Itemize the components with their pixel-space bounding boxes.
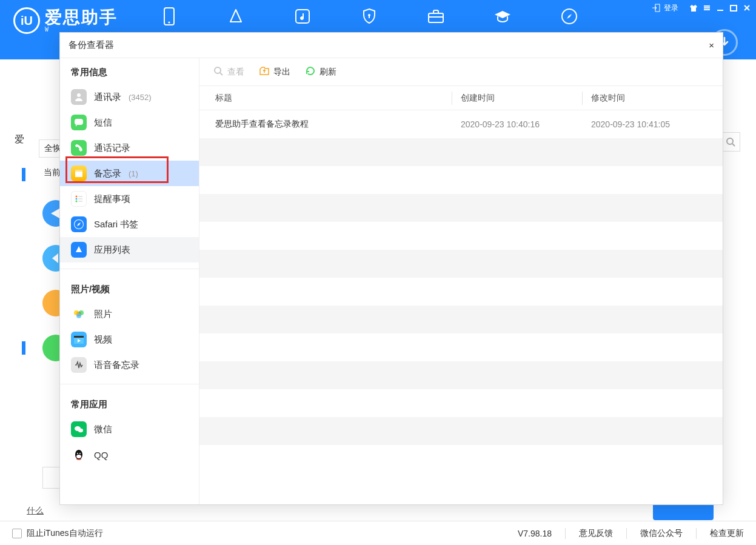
notes-count: (1) [129,169,138,178]
prevent-itunes-checkbox[interactable] [12,529,22,538]
refresh-button[interactable]: 刷新 [305,65,336,79]
phone-icon [71,140,87,156]
feedback-link[interactable]: 意见反馈 [565,528,613,539]
table-row-empty: . [199,194,723,222]
minimize-icon[interactable] [715,2,726,13]
wechat-label: 微信 [94,424,112,435]
brand-sub: W [45,26,118,33]
sidebar-item-safari[interactable]: Safari 书签 [60,212,199,237]
content-toolbar: 查看 导出 刷新 [199,58,723,86]
table-row-empty: . [199,278,723,306]
photos-label: 照片 [94,309,112,320]
close-window-icon[interactable] [741,2,752,13]
nav-music-icon[interactable] [293,7,312,25]
shirt-icon[interactable] [688,2,699,13]
col-title[interactable]: 标题 [215,93,452,104]
wechat-link[interactable]: 微信公众号 [626,528,683,539]
section-media: 照片/视频 [60,275,199,301]
sidebar-item-notes[interactable]: 备忘录 (1) [60,161,199,186]
sidebar-item-videos[interactable]: 视频 [60,327,199,352]
prevent-itunes-label: 阻止iTunes自动运行 [27,528,103,539]
table-row[interactable]: 爱思助手查看备忘录教程 2020-09-23 10:40:16 2020-09-… [199,110,723,138]
update-link[interactable]: 检查更新 [696,528,744,539]
logo-icon: iU [13,7,40,34]
notes-label: 备忘录 [94,168,121,179]
row-modified: 2020-09-23 10:41:05 [591,119,707,129]
sms-label: 短信 [94,117,112,129]
table-row-empty: . [199,250,723,278]
login-icon[interactable] [651,2,661,13]
svg-point-16 [727,138,733,144]
export-button[interactable]: 导出 [259,65,290,79]
bg-search-icon[interactable] [721,132,740,152]
svg-rect-13 [731,5,737,11]
nav-shield-icon[interactable] [360,7,378,25]
modal-title: 备份查看器 [69,39,114,51]
backup-viewer-modal: 备份查看器 × 常用信息 通讯录 (3452) 短信 [59,32,723,505]
sidebar-item-calls[interactable]: 通话记录 [60,135,199,161]
bg-link[interactable]: 什么 [27,506,44,517]
nav-education-icon[interactable] [493,7,512,25]
section-apps: 常用应用 [60,390,199,416]
bg-indicator-2 [22,341,25,355]
table-row-empty: . [199,306,723,333]
bg-indicator-1 [22,168,25,181]
login-label[interactable]: 登录 [664,3,678,13]
table-row-empty: . [199,445,723,473]
sidebar-item-photos[interactable]: 照片 [60,301,199,327]
bg-title: 爱 [15,133,24,146]
voicememo-label: 语音备忘录 [94,359,139,371]
col-created[interactable]: 创建时间 [461,93,582,104]
sms-icon [71,115,87,130]
sidebar-item-sms[interactable]: 短信 [60,110,199,135]
svg-rect-5 [429,13,443,22]
sidebar-item-contacts[interactable]: 通讯录 (3452) [60,84,199,110]
notes-icon [71,166,87,181]
table-row-empty: . [199,361,723,389]
nav-device-icon[interactable] [160,7,178,25]
sidebar-item-reminders[interactable]: 提醒事项 [60,186,199,212]
svg-point-22 [76,196,78,198]
maximize-icon[interactable] [728,2,739,13]
sidebar-item-qq[interactable]: QQ [60,442,199,467]
applist-icon [71,242,87,258]
table-row-empty: . [199,417,723,445]
wechat-icon [71,421,87,437]
menu-icon[interactable] [701,2,712,13]
svg-point-1 [168,21,170,23]
table-row-empty: . [199,222,723,250]
svg-point-40 [77,453,78,454]
refresh-label: 刷新 [319,67,336,78]
calls-label: 通话记录 [94,142,130,154]
view-label: 查看 [227,67,244,78]
modal-content: 查看 导出 刷新 标题 创建时间 [199,58,723,504]
svg-point-39 [76,455,81,458]
nav-bar [160,7,578,25]
reminders-icon [71,191,87,207]
voicememo-icon [71,357,87,373]
sidebar-item-voicememo[interactable]: 语音备忘录 [60,352,199,378]
nav-toolbox-icon[interactable] [427,7,445,25]
table-row-empty: . [199,333,723,361]
svg-line-43 [220,73,222,75]
svg-point-23 [76,198,78,200]
nav-appstore-icon[interactable] [227,7,245,25]
bg-current-label: 当前 [44,167,61,178]
col-modified[interactable]: 修改时间 [591,93,707,104]
modal-close-icon[interactable]: × [709,40,714,50]
svg-point-33 [76,313,81,318]
sidebar-item-wechat[interactable]: 微信 [60,416,199,442]
nav-compass-icon[interactable] [560,7,578,25]
table-header: 标题 创建时间 修改时间 [199,86,723,110]
sidebar-item-applist[interactable]: 应用列表 [60,237,199,262]
safari-label: Safari 书签 [94,219,138,230]
col-sep-2 [582,92,583,105]
modal-sidebar: 常用信息 通讯录 (3452) 短信 通话记录 [60,58,199,504]
view-button[interactable]: 查看 [213,65,244,79]
app-logo: iU 爱思助手 W [0,7,118,34]
sidebar-divider-2 [60,384,199,384]
col-sep-1 [452,92,452,105]
qq-icon [71,447,87,463]
videos-icon [71,332,87,347]
svg-point-37 [78,429,83,432]
